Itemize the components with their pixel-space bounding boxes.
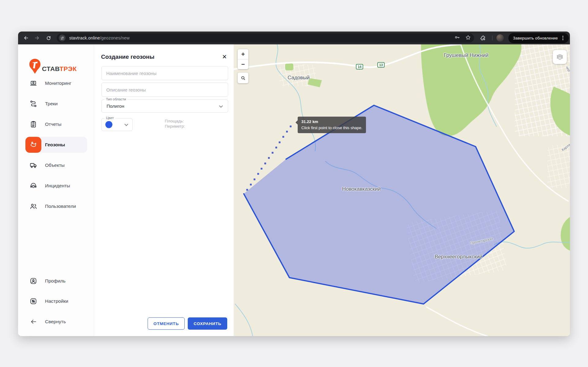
sidebar-item-reports[interactable]: Отчеты (25, 116, 87, 132)
sidebar-item-profile[interactable]: Профиль (25, 273, 87, 289)
draw-tooltip-hint: Click first point to close this shape. (301, 125, 362, 131)
map-features-layer (234, 44, 570, 336)
extensions-puzzle-icon[interactable] (479, 34, 487, 42)
sidebar-item-label: Настройки (45, 298, 68, 304)
passwords-key-icon[interactable] (454, 34, 460, 42)
sidebar-item-label: Геозоны (45, 142, 65, 148)
sidebar-item-monitoring[interactable]: Мониторинг (25, 75, 87, 91)
map-label-verkhneegorlyksky: Верхнеегорлыкский (435, 254, 482, 260)
clipboard-report-icon (25, 120, 41, 128)
reload-icon[interactable] (45, 34, 52, 42)
map-search-button[interactable] (238, 73, 248, 83)
sidebar-item-label: Отчеты (45, 122, 62, 127)
save-button[interactable]: СОХРАНИТЬ (188, 317, 227, 330)
sidebar-item-label: Мониторинг (45, 81, 71, 86)
color-select[interactable]: Цвет (101, 118, 133, 131)
url-text: stavtrack.online/geozones/new (69, 36, 130, 40)
users-icon (25, 202, 41, 210)
sidebar-item-label: Инциденты (45, 183, 70, 189)
forward-icon[interactable] (33, 34, 41, 42)
sidebar-item-tracks[interactable]: Треки (25, 96, 87, 112)
geozone-form-panel: Создание геозоны ✕ Тип области Полигон Ц… (94, 44, 234, 336)
color-swatch (105, 121, 112, 128)
logo-text: СТАВТРЭК (42, 65, 77, 73)
finish-update-label: Завершить обновление (508, 36, 558, 40)
active-item-tile (25, 137, 41, 153)
sidebar-item-label: Свернуть (45, 319, 66, 324)
profile-card-icon (25, 277, 41, 285)
area-type-label: Тип области (104, 97, 127, 101)
finish-update-button[interactable]: Завершить обновление (508, 33, 569, 43)
sidebar-item-label: Объекты (45, 163, 65, 168)
browser-menu-kebab-icon[interactable] (555, 35, 566, 42)
sidebar-item-label: Профиль (45, 278, 66, 284)
sidebar-item-incidents[interactable]: Инциденты (25, 178, 87, 194)
support-headset-icon (25, 182, 41, 190)
layers-icon (556, 53, 564, 61)
back-icon[interactable] (22, 34, 30, 42)
map-label-sadovy: Садовый (288, 75, 310, 81)
sidebar-collapse-button[interactable]: Свернуть (25, 314, 87, 330)
color-label: Цвет (104, 116, 115, 120)
route-icon (25, 100, 41, 108)
profile-avatar[interactable] (496, 34, 504, 42)
map-label-novokavkazsky: Новокавказский (342, 186, 381, 192)
sidebar-item-geozones[interactable]: Геозоны (25, 137, 87, 153)
toolbar-separator (492, 36, 492, 40)
monitoring-laptop-pin-icon (25, 79, 41, 87)
geozone-polygon-fill (244, 105, 514, 304)
area-readout: Площадь: (165, 118, 185, 124)
map-canvas[interactable]: 14 13 Грушевый Нижний Садовый Новокавказ… (234, 44, 570, 336)
zoom-control: + − (238, 49, 248, 69)
area-type-select[interactable]: Тип области Полигон (101, 99, 228, 113)
magnifier-icon (241, 76, 246, 81)
perimeter-readout: Периметр: (165, 124, 185, 129)
bookmark-star-icon[interactable] (465, 35, 471, 42)
sidebar-item-users[interactable]: Пользователи (25, 198, 87, 214)
map-label-grushevy-nizhny: Грушевый Нижний (444, 52, 488, 58)
zoom-in-button[interactable]: + (238, 49, 248, 59)
layers-control[interactable] (553, 50, 567, 64)
page-title: Создание геозоны (101, 54, 154, 60)
sliders-icon (25, 297, 41, 305)
chevron-down-icon (124, 122, 128, 127)
close-icon[interactable]: ✕ (220, 52, 229, 61)
site-settings-icon[interactable] (59, 35, 66, 41)
geozone-description-input[interactable] (101, 83, 228, 97)
zoom-out-button[interactable]: − (238, 59, 248, 69)
sidebar-item-objects[interactable]: Объекты (25, 157, 87, 173)
cancel-button[interactable]: ОТМЕНИТЬ (148, 317, 185, 330)
road-badge: 13 (377, 62, 385, 68)
sidebar-item-label: Треки (45, 101, 58, 107)
sidebar-item-settings[interactable]: Настройки (25, 293, 87, 309)
road-badge: 14 (356, 64, 363, 69)
browser-toolbar: stavtrack.online/geozones/new Завершить … (18, 32, 570, 44)
collapse-arrow-icon (25, 318, 41, 325)
draw-tooltip: 31.22 km Click first point to close this… (298, 117, 366, 133)
stavtrack-logo: СТАВТРЭК (28, 58, 77, 74)
sidebar-item-label: Пользователи (45, 204, 76, 209)
geozone-name-input[interactable] (101, 66, 228, 80)
area-type-value: Полигон (107, 103, 124, 109)
chevron-down-icon (219, 103, 223, 109)
url-host: stavtrack.online (69, 36, 100, 40)
browser-window: stavtrack.online/geozones/new Завершить … (18, 32, 570, 336)
metrics-readout: Площадь: Периметр: (165, 118, 185, 129)
draw-tooltip-distance: 31.22 km (301, 119, 362, 125)
logo-pin-icon (28, 58, 41, 74)
truck-icon (25, 161, 41, 169)
map-pin-zone-icon (29, 141, 37, 149)
sidebar: СТАВТРЭК Мониторинг Треки Отчеты (18, 44, 94, 336)
url-path: /geozones/new (100, 36, 130, 40)
url-bar[interactable]: stavtrack.online/geozones/new (57, 33, 474, 43)
